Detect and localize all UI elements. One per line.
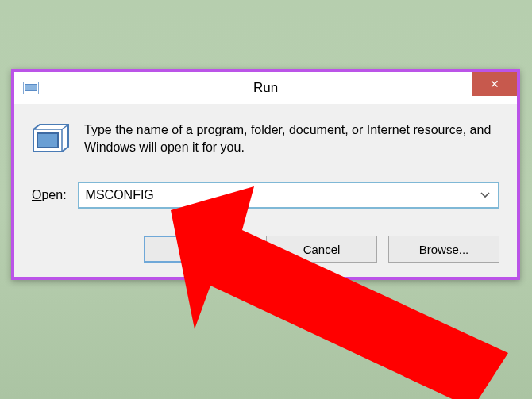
cancel-button[interactable]: Cancel: [266, 236, 377, 263]
chevron-down-icon[interactable]: [479, 192, 492, 198]
button-row: OK Cancel Browse...: [32, 236, 499, 263]
titlebar[interactable]: Run ✕: [14, 72, 517, 104]
open-combobox[interactable]: MSCONFIG: [78, 182, 499, 209]
dialog-title: Run: [14, 80, 517, 96]
run-icon: [32, 123, 70, 158]
svg-rect-4: [38, 134, 57, 147]
instruction-text: Type the name of a program, folder, docu…: [84, 121, 499, 155]
svg-rect-2: [25, 85, 37, 90]
close-icon: ✕: [490, 78, 499, 90]
browse-button[interactable]: Browse...: [388, 236, 499, 263]
close-button[interactable]: ✕: [472, 72, 517, 96]
run-titlebar-icon: [22, 79, 40, 97]
dialog-body: Type the name of a program, folder, docu…: [14, 104, 517, 277]
open-input-value: MSCONFIG: [86, 188, 479, 202]
run-dialog: Run ✕ Type the name of a program, folder…: [11, 69, 520, 280]
ok-button[interactable]: OK: [144, 236, 255, 263]
open-label: Open:: [32, 188, 67, 202]
